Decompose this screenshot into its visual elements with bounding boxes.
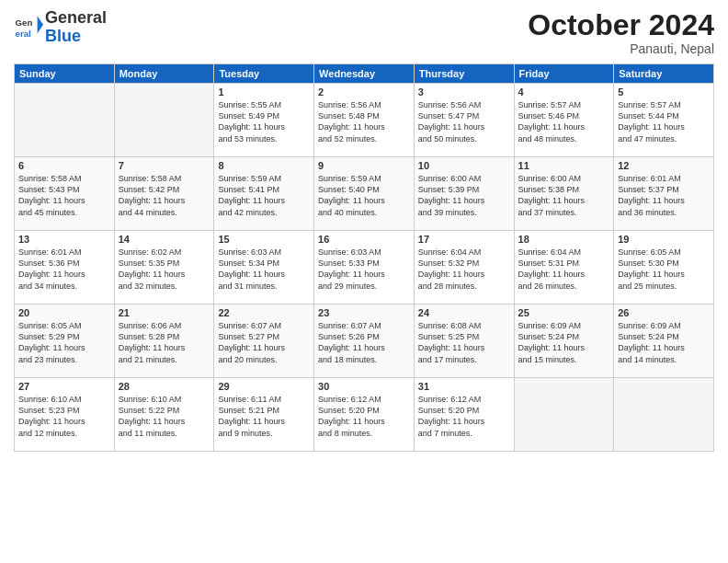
day-number: 12 xyxy=(618,160,710,171)
calendar-cell: 14Sunrise: 6:02 AM Sunset: 5:35 PM Dayli… xyxy=(114,231,214,304)
day-info: Sunrise: 6:00 AM Sunset: 5:39 PM Dayligh… xyxy=(418,173,510,218)
day-info: Sunrise: 6:10 AM Sunset: 5:22 PM Dayligh… xyxy=(119,394,210,439)
header: Gen eral General Blue October 2024 Panau… xyxy=(14,9,714,56)
day-number: 18 xyxy=(518,234,610,245)
logo: Gen eral General Blue xyxy=(14,9,107,46)
day-info: Sunrise: 5:56 AM Sunset: 5:48 PM Dayligh… xyxy=(318,99,410,144)
calendar-cell: 24Sunrise: 6:08 AM Sunset: 5:25 PM Dayli… xyxy=(414,304,514,378)
calendar-cell: 8Sunrise: 5:59 AM Sunset: 5:41 PM Daylig… xyxy=(214,157,314,231)
logo-icon: Gen eral xyxy=(14,13,43,42)
day-of-week-monday: Monday xyxy=(114,64,214,84)
day-info: Sunrise: 6:07 AM Sunset: 5:27 PM Dayligh… xyxy=(218,320,310,365)
day-number: 7 xyxy=(119,160,210,171)
calendar-cell: 13Sunrise: 6:01 AM Sunset: 5:36 PM Dayli… xyxy=(15,231,115,304)
day-number: 31 xyxy=(418,381,510,392)
day-number: 27 xyxy=(18,381,110,392)
calendar-cell: 10Sunrise: 6:00 AM Sunset: 5:39 PM Dayli… xyxy=(414,157,514,231)
day-number: 15 xyxy=(218,234,310,245)
day-number: 2 xyxy=(318,86,410,98)
day-of-week-sunday: Sunday xyxy=(15,64,115,84)
calendar-week-4: 20Sunrise: 6:05 AM Sunset: 5:29 PM Dayli… xyxy=(15,304,714,378)
calendar-cell: 27Sunrise: 6:10 AM Sunset: 5:23 PM Dayli… xyxy=(15,378,115,452)
calendar-cell: 3Sunrise: 5:56 AM Sunset: 5:47 PM Daylig… xyxy=(414,84,514,157)
day-info: Sunrise: 6:11 AM Sunset: 5:21 PM Dayligh… xyxy=(218,394,310,439)
svg-text:eral: eral xyxy=(16,28,31,38)
day-number: 1 xyxy=(218,86,310,98)
day-number: 20 xyxy=(18,307,110,318)
day-info: Sunrise: 5:59 AM Sunset: 5:41 PM Dayligh… xyxy=(218,173,310,218)
day-number: 5 xyxy=(618,86,710,98)
calendar-cell: 11Sunrise: 6:00 AM Sunset: 5:38 PM Dayli… xyxy=(514,157,614,231)
day-number: 8 xyxy=(218,160,310,171)
day-number: 4 xyxy=(518,86,610,98)
month-title: October 2024 xyxy=(528,9,714,41)
day-of-week-friday: Friday xyxy=(514,64,614,84)
calendar-cell: 23Sunrise: 6:07 AM Sunset: 5:26 PM Dayli… xyxy=(314,304,415,378)
day-info: Sunrise: 6:04 AM Sunset: 5:31 PM Dayligh… xyxy=(518,247,610,292)
day-info: Sunrise: 6:05 AM Sunset: 5:29 PM Dayligh… xyxy=(18,320,110,365)
logo-blue: Blue xyxy=(45,28,107,46)
day-info: Sunrise: 6:06 AM Sunset: 5:28 PM Dayligh… xyxy=(119,320,210,365)
logo-text: General Blue xyxy=(45,9,107,46)
day-number: 11 xyxy=(518,160,610,171)
day-of-week-thursday: Thursday xyxy=(414,64,514,84)
day-info: Sunrise: 6:12 AM Sunset: 5:20 PM Dayligh… xyxy=(418,394,510,439)
day-number: 22 xyxy=(218,307,310,318)
logo-general: General xyxy=(45,9,107,28)
calendar-cell: 25Sunrise: 6:09 AM Sunset: 5:24 PM Dayli… xyxy=(514,304,614,378)
calendar-cell: 16Sunrise: 6:03 AM Sunset: 5:33 PM Dayli… xyxy=(314,231,415,304)
calendar-cell: 30Sunrise: 6:12 AM Sunset: 5:20 PM Dayli… xyxy=(314,378,415,452)
calendar-week-5: 27Sunrise: 6:10 AM Sunset: 5:23 PM Dayli… xyxy=(15,378,714,452)
calendar-cell: 29Sunrise: 6:11 AM Sunset: 5:21 PM Dayli… xyxy=(214,378,314,452)
calendar-header-row: SundayMondayTuesdayWednesdayThursdayFrid… xyxy=(15,64,714,84)
day-number: 9 xyxy=(318,160,410,171)
day-of-week-saturday: Saturday xyxy=(614,64,714,84)
calendar-cell: 26Sunrise: 6:09 AM Sunset: 5:24 PM Dayli… xyxy=(614,304,714,378)
day-info: Sunrise: 5:56 AM Sunset: 5:47 PM Dayligh… xyxy=(418,99,510,144)
calendar-cell xyxy=(114,84,214,157)
calendar-cell: 7Sunrise: 5:58 AM Sunset: 5:42 PM Daylig… xyxy=(114,157,214,231)
day-number: 17 xyxy=(418,234,510,245)
calendar-cell: 18Sunrise: 6:04 AM Sunset: 5:31 PM Dayli… xyxy=(514,231,614,304)
day-info: Sunrise: 5:57 AM Sunset: 5:46 PM Dayligh… xyxy=(518,99,610,144)
calendar-cell: 31Sunrise: 6:12 AM Sunset: 5:20 PM Dayli… xyxy=(414,378,514,452)
location: Panauti, Nepal xyxy=(528,41,714,56)
calendar-cell: 17Sunrise: 6:04 AM Sunset: 5:32 PM Dayli… xyxy=(414,231,514,304)
title-area: October 2024 Panauti, Nepal xyxy=(528,9,714,56)
day-info: Sunrise: 5:57 AM Sunset: 5:44 PM Dayligh… xyxy=(618,99,710,144)
day-of-week-wednesday: Wednesday xyxy=(314,64,415,84)
calendar-cell xyxy=(614,378,714,452)
day-number: 10 xyxy=(418,160,510,171)
day-info: Sunrise: 5:58 AM Sunset: 5:43 PM Dayligh… xyxy=(18,173,110,218)
day-info: Sunrise: 6:09 AM Sunset: 5:24 PM Dayligh… xyxy=(518,320,610,365)
day-number: 6 xyxy=(18,160,110,171)
day-info: Sunrise: 6:05 AM Sunset: 5:30 PM Dayligh… xyxy=(618,247,710,292)
calendar-cell: 6Sunrise: 5:58 AM Sunset: 5:43 PM Daylig… xyxy=(15,157,115,231)
calendar-cell: 28Sunrise: 6:10 AM Sunset: 5:22 PM Dayli… xyxy=(114,378,214,452)
day-number: 24 xyxy=(418,307,510,318)
calendar-week-1: 1Sunrise: 5:55 AM Sunset: 5:49 PM Daylig… xyxy=(15,84,714,157)
svg-text:Gen: Gen xyxy=(16,17,33,28)
calendar-cell: 12Sunrise: 6:01 AM Sunset: 5:37 PM Dayli… xyxy=(614,157,714,231)
day-info: Sunrise: 6:07 AM Sunset: 5:26 PM Dayligh… xyxy=(318,320,410,365)
day-number: 16 xyxy=(318,234,410,245)
calendar-cell: 21Sunrise: 6:06 AM Sunset: 5:28 PM Dayli… xyxy=(114,304,214,378)
day-number: 28 xyxy=(119,381,210,392)
day-info: Sunrise: 6:01 AM Sunset: 5:36 PM Dayligh… xyxy=(18,247,110,292)
day-info: Sunrise: 6:10 AM Sunset: 5:23 PM Dayligh… xyxy=(18,394,110,439)
day-number: 30 xyxy=(318,381,410,392)
page: Gen eral General Blue October 2024 Panau… xyxy=(0,0,728,563)
calendar-cell xyxy=(15,84,115,157)
day-info: Sunrise: 5:59 AM Sunset: 5:40 PM Dayligh… xyxy=(318,173,410,218)
calendar-cell: 15Sunrise: 6:03 AM Sunset: 5:34 PM Dayli… xyxy=(214,231,314,304)
calendar-cell: 22Sunrise: 6:07 AM Sunset: 5:27 PM Dayli… xyxy=(214,304,314,378)
calendar-cell: 5Sunrise: 5:57 AM Sunset: 5:44 PM Daylig… xyxy=(614,84,714,157)
day-info: Sunrise: 6:12 AM Sunset: 5:20 PM Dayligh… xyxy=(318,394,410,439)
day-of-week-tuesday: Tuesday xyxy=(214,64,314,84)
calendar-cell: 1Sunrise: 5:55 AM Sunset: 5:49 PM Daylig… xyxy=(214,84,314,157)
day-number: 25 xyxy=(518,307,610,318)
calendar-cell: 9Sunrise: 5:59 AM Sunset: 5:40 PM Daylig… xyxy=(314,157,415,231)
calendar-table: SundayMondayTuesdayWednesdayThursdayFrid… xyxy=(14,63,714,452)
day-number: 14 xyxy=(119,234,210,245)
calendar-cell: 2Sunrise: 5:56 AM Sunset: 5:48 PM Daylig… xyxy=(314,84,415,157)
